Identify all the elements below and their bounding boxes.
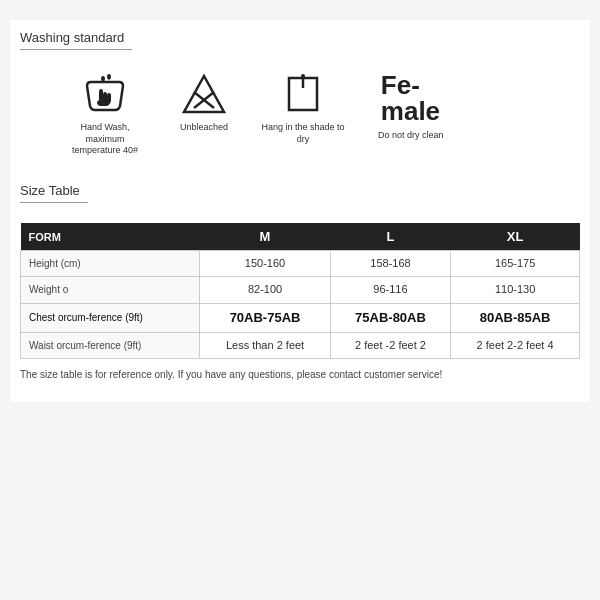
size-table-section: Size Table FORM M L XL Height (cm)150-16… <box>20 183 580 382</box>
icon-no-dry-clean: Fe-male Do not dry clean <box>378 72 444 142</box>
row-value: Less than 2 feet <box>200 333 330 359</box>
page-container: Washing standard Hand Wash, maximum temp… <box>10 20 590 402</box>
washing-icons-row: Hand Wash, maximum temperature 40# Unble… <box>20 62 580 167</box>
icon-hand-wash: Hand Wash, maximum temperature 40# <box>60 72 150 157</box>
unbleached-icon <box>180 72 228 116</box>
table-row: Chest orcum-ference (9ft)70AB-75AB75AB-8… <box>21 303 580 332</box>
washing-title: Washing standard <box>20 30 132 50</box>
row-label: Chest orcum-ference (9ft) <box>21 303 200 332</box>
icon-unbleached: Unbleached <box>180 72 228 134</box>
no-dry-clean-label: Do not dry clean <box>378 130 444 142</box>
row-value: 110-130 <box>451 277 580 303</box>
col-m: M <box>200 223 330 251</box>
row-label: Waist orcum-ference (9ft) <box>21 333 200 359</box>
size-table: FORM M L XL Height (cm)150-160158-168165… <box>20 223 580 359</box>
col-xl: XL <box>451 223 580 251</box>
row-label: Weight o <box>21 277 200 303</box>
size-table-footnote: The size table is for reference only. If… <box>20 367 580 382</box>
table-row: Weight o82-10096-116110-130 <box>21 277 580 303</box>
icon-hang-shade: Hang in the shade to dry <box>258 72 348 145</box>
unbleached-label: Unbleached <box>180 122 228 134</box>
table-row: Waist orcum-ference (9ft)Less than 2 fee… <box>21 333 580 359</box>
washing-section: Washing standard Hand Wash, maximum temp… <box>20 30 580 167</box>
hand-wash-label: Hand Wash, maximum temperature 40# <box>60 122 150 157</box>
female-text-display: Fe-male <box>381 72 441 124</box>
row-value: 70AB-75AB <box>200 303 330 332</box>
col-l: L <box>330 223 450 251</box>
hand-wash-icon <box>81 72 129 116</box>
table-header-row: FORM M L XL <box>21 223 580 251</box>
row-value: 75AB-80AB <box>330 303 450 332</box>
row-value: 165-175 <box>451 251 580 277</box>
row-value: 96-116 <box>330 277 450 303</box>
table-row: Height (cm)150-160158-168165-175 <box>21 251 580 277</box>
col-form: FORM <box>21 223 200 251</box>
hang-shade-icon <box>279 72 327 116</box>
row-value: 2 feet -2 feet 2 <box>330 333 450 359</box>
svg-point-4 <box>301 74 305 78</box>
size-table-title: Size Table <box>20 183 88 203</box>
row-label: Height (cm) <box>21 251 200 277</box>
row-value: 82-100 <box>200 277 330 303</box>
hang-shade-label: Hang in the shade to dry <box>258 122 348 145</box>
row-value: 2 feet 2-2 feet 4 <box>451 333 580 359</box>
row-value: 158-168 <box>330 251 450 277</box>
row-value: 150-160 <box>200 251 330 277</box>
row-value: 80AB-85AB <box>451 303 580 332</box>
